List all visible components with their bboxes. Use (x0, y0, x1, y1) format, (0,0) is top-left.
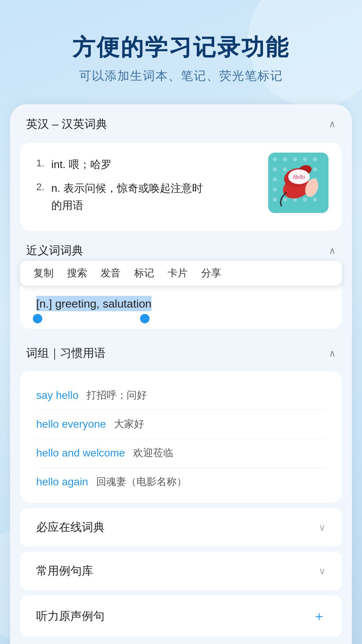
phrase-row-2[interactable]: hello everyone 大家好 (36, 410, 326, 439)
synonyms-section-header[interactable]: 近义词词典 ∧ (10, 231, 352, 258)
svg-point-2 (283, 157, 287, 161)
svg-point-15 (273, 198, 277, 202)
svg-point-9 (313, 167, 317, 171)
definition-2-text: n. 表示问候，惊奇或唤起注意时的用语 (51, 180, 212, 214)
phrase-1-chinese: 打招呼；问好 (86, 388, 147, 402)
definition-1-number: 1. (36, 157, 45, 169)
phrase-row-4[interactable]: hello again 回魂妻（电影名称） (36, 468, 326, 496)
svg-point-19 (313, 198, 317, 202)
phrases-section-header[interactable]: 词组｜习惯用语 ∧ (10, 329, 352, 371)
svg-point-12 (273, 187, 277, 192)
collapsed-section-examples[interactable]: 常用例句库 ∨ (20, 552, 342, 590)
context-menu: 复制 搜索 发音 标记 卡片 分享 (20, 261, 342, 285)
collapsed-section-biying[interactable]: 必应在线词典 ∨ (20, 508, 342, 546)
phrases-section-title: 词组｜习惯用语 (26, 345, 106, 361)
phrase-2-english: hello everyone (36, 418, 106, 430)
context-menu-copy[interactable]: 复制 (34, 266, 54, 280)
phrase-row-3[interactable]: hello and welcome 欢迎莅临 (36, 439, 326, 468)
definition-1-text: int. 喂；哈罗 (51, 156, 112, 173)
dictionary-section-title: 英汉 – 汉英词典 (26, 116, 107, 132)
selection-handle-right (140, 314, 149, 323)
phrase-3-english: hello and welcome (36, 447, 125, 459)
phrases-card: say hello 打招呼；问好 hello everyone 大家好 hell… (20, 371, 342, 503)
dictionary-section-header[interactable]: 英汉 – 汉英词典 ∧ (10, 104, 352, 143)
phrases-chevron-icon: ∧ (329, 348, 336, 359)
selected-text: [n.] greeting, salutation (36, 296, 152, 311)
collapsed-section-2-chevron: ∨ (319, 566, 326, 577)
collapsed-sections: 必应在线词典 ∨ 常用例句库 ∨ 听力原声例句 ＋ (10, 508, 352, 644)
svg-point-4 (303, 157, 307, 161)
definition-2-number: 2. (36, 181, 45, 193)
svg-point-7 (283, 167, 287, 171)
context-menu-pronounce[interactable]: 发音 (101, 266, 121, 280)
selection-handle-left (33, 314, 42, 323)
context-menu-share[interactable]: 分享 (201, 266, 221, 280)
svg-point-10 (273, 177, 277, 181)
plus-icon: ＋ (312, 607, 326, 625)
synonyms-chevron-icon: ∧ (329, 245, 336, 256)
svg-point-3 (293, 157, 297, 161)
page-subtitle: 可以添加生词本、笔记、荧光笔标记 (20, 68, 342, 84)
svg-point-16 (283, 198, 287, 202)
phrase-1-english: say hello (36, 389, 78, 401)
page-title: 方便的学习记录功能 (20, 34, 342, 61)
collapsed-section-3-title: 听力原声例句 (36, 608, 105, 624)
collapsed-section-1-chevron: ∨ (319, 522, 326, 533)
svg-point-5 (313, 157, 317, 161)
header: 方便的学习记录功能 可以添加生词本、笔记、荧光笔标记 (0, 20, 362, 104)
dictionary-chevron-icon: ∧ (329, 118, 336, 129)
context-menu-card[interactable]: 卡片 (168, 266, 188, 280)
context-menu-search[interactable]: 搜索 (67, 266, 87, 280)
svg-point-1 (273, 157, 277, 161)
main-card: 英汉 – 汉英词典 ∧ (10, 104, 352, 644)
phrase-row-1[interactable]: say hello 打招呼；问好 (36, 381, 326, 410)
selected-text-area: [n.] greeting, salutation (20, 285, 342, 329)
svg-point-18 (303, 198, 307, 202)
collapsed-section-1-title: 必应在线词典 (36, 520, 105, 535)
collapsed-section-audio[interactable]: 听力原声例句 ＋ (20, 595, 342, 637)
phrase-3-chinese: 欢迎莅临 (133, 446, 173, 460)
svg-point-6 (273, 167, 277, 171)
synonyms-section-title: 近义词词典 (26, 243, 83, 258)
phrase-2-chinese: 大家好 (114, 417, 144, 431)
hello-illustration: Hello (268, 153, 328, 213)
phrase-4-english: hello again (36, 476, 88, 488)
svg-text:Hello: Hello (293, 174, 305, 180)
collapsed-section-2-title: 常用例句库 (36, 563, 93, 579)
context-menu-mark[interactable]: 标记 (134, 266, 154, 280)
phrase-4-chinese: 回魂妻（电影名称） (96, 475, 187, 489)
dictionary-content-card: Hello 1. int. 喂；哈罗 2. n. 表示问候，惊奇或唤起注意时的用… (20, 143, 342, 231)
